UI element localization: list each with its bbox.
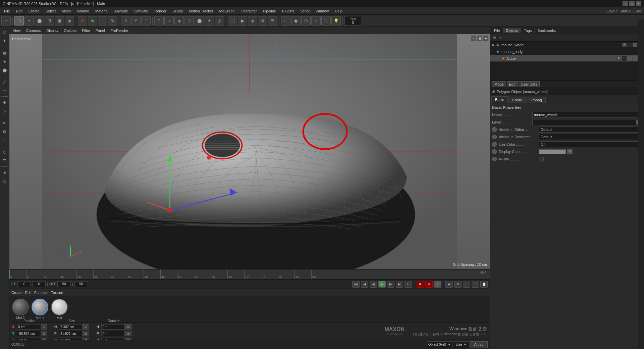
viewport-render-button[interactable]: ▶ xyxy=(483,36,488,41)
left-tool-13[interactable]: ⬡ xyxy=(1,148,9,156)
timeline-ruler[interactable]: 0 5 10 15 20 25 30 35 40 45 50 55 60 65 … xyxy=(9,269,490,279)
obj-add-btn[interactable]: + xyxy=(497,35,503,41)
vp-menu-options[interactable]: Options xyxy=(62,28,78,33)
tab-bookmarks[interactable]: Bookmarks xyxy=(535,28,559,33)
obj-filter-btn[interactable]: ⚙ xyxy=(491,35,497,41)
attr-name-input[interactable] xyxy=(532,112,642,118)
rotate-button[interactable]: ↻ xyxy=(108,16,117,26)
object-expand-mouse-body[interactable] xyxy=(491,50,495,54)
attr-user-data-btn[interactable]: User Data xyxy=(519,81,540,87)
y-pos-input[interactable] xyxy=(17,331,40,336)
tab-file[interactable]: File xyxy=(491,28,503,33)
scale-button[interactable]: ↕ xyxy=(98,16,107,26)
vp-menu-view[interactable]: View xyxy=(11,28,23,33)
mat-texture-btn[interactable]: Texture xyxy=(51,291,63,295)
vp-menu-cameras[interactable]: Cameras xyxy=(24,28,43,33)
attr-layer-value[interactable]: ▶ xyxy=(532,119,642,125)
p-size-input[interactable] xyxy=(59,331,83,336)
material-item-mat1[interactable]: Mat:1 xyxy=(32,299,48,320)
viewport-lock-button[interactable]: 🔒 xyxy=(477,36,482,41)
tool9-button[interactable]: ✦ xyxy=(205,16,214,26)
menu-pipeline[interactable]: Pipeline xyxy=(260,8,279,14)
shading-btn[interactable]: ◉ xyxy=(291,16,301,26)
display-color-edit-btn[interactable]: ✎ xyxy=(567,149,573,154)
texture-mode-button[interactable]: + xyxy=(24,16,34,26)
left-tool-6[interactable]: ╱ xyxy=(1,78,9,86)
tool8-button[interactable]: ⬤ xyxy=(195,16,204,26)
left-tool-11[interactable]: ⊟ xyxy=(1,128,9,136)
attr-mode-btn[interactable]: Mode xyxy=(492,81,506,87)
menu-render[interactable]: Render xyxy=(152,8,169,14)
live-select-button[interactable]: ◈ xyxy=(65,16,74,26)
texture-view-btn[interactable]: ⬛ xyxy=(321,16,331,26)
mat-create-btn[interactable]: Create xyxy=(11,291,22,295)
h-size-input[interactable] xyxy=(59,324,83,330)
light-btn[interactable]: 💡 xyxy=(331,16,341,26)
menu-simulate[interactable]: Simulate xyxy=(131,8,151,14)
object-row-mouse-wheel[interactable]: ▶ ◉ mouse_wheel 👁 · · · xyxy=(490,42,644,48)
viewport-3d[interactable]: X Y Z Perspective Grid Spacing : 10 cm ⤢… xyxy=(9,34,490,269)
left-tool-14[interactable]: ☰ xyxy=(1,157,9,165)
close-button[interactable]: ✕ xyxy=(636,1,641,6)
vp-menu-prorender[interactable]: ProRender xyxy=(108,28,130,33)
prev-key-button[interactable]: ◀ xyxy=(361,281,368,288)
object-row-cube[interactable]: ■ Cube 👁 · · · ▲ xyxy=(490,55,644,62)
polygon-mode-button[interactable]: ▣ xyxy=(55,16,64,26)
frame-current-input[interactable] xyxy=(17,281,31,287)
menu-sculpt[interactable]: Sculpt xyxy=(170,8,185,14)
x-pos-stepper[interactable]: ⊞ xyxy=(41,324,47,330)
auto-key-button[interactable]: A xyxy=(425,281,433,288)
p-rot-stepper[interactable]: ⊞ xyxy=(125,331,131,336)
view-mode-btn[interactable]: □ xyxy=(281,16,290,26)
param-btn[interactable]: ⚙ xyxy=(454,281,462,288)
attr-tab-coord[interactable]: Coord. xyxy=(508,97,527,103)
h-size-stepper[interactable]: ⊞ xyxy=(83,324,89,330)
render-region-button[interactable]: ⬛ xyxy=(228,16,237,26)
menu-file[interactable]: File xyxy=(1,8,13,14)
menu-help[interactable]: Help xyxy=(332,8,345,14)
play-button[interactable]: ▶ xyxy=(378,281,386,288)
frame-end2-input[interactable] xyxy=(74,281,88,287)
p-rot-input[interactable] xyxy=(101,331,125,336)
left-tool-3[interactable]: ▦ xyxy=(1,49,9,57)
left-tool-7[interactable]: 〰 xyxy=(1,87,9,95)
keyframe-btn[interactable]: ◆ xyxy=(445,281,453,288)
object-expand-mouse-wheel[interactable]: ▶ xyxy=(491,43,495,47)
frame-end-input[interactable] xyxy=(57,281,71,287)
material-item-mat[interactable]: Mat xyxy=(51,299,68,320)
menu-animate[interactable]: Animate xyxy=(112,8,130,14)
menu-edit[interactable]: Edit xyxy=(13,8,25,14)
left-tool-9[interactable]: S xyxy=(1,107,9,115)
menu-plugins[interactable]: Plugins xyxy=(279,8,297,14)
render-view-button[interactable]: ▶ xyxy=(238,16,247,26)
menu-select[interactable]: Select xyxy=(43,8,59,14)
h-rot-input[interactable] xyxy=(101,324,125,330)
apply-button[interactable]: Apply xyxy=(470,341,488,348)
menu-motion-tracker[interactable]: Motion Tracker xyxy=(186,8,216,14)
menu-volume[interactable]: Volume xyxy=(74,8,92,14)
loop-button[interactable]: ↻ xyxy=(405,281,412,288)
vp-menu-filter[interactable]: Filter xyxy=(80,28,92,33)
vp-menu-panel[interactable]: Panel xyxy=(94,28,107,33)
mat-function-btn[interactable]: Function xyxy=(34,291,48,295)
attr-edit-btn[interactable]: Edit xyxy=(507,81,518,87)
vis-editor-dropdown[interactable]: Default ▼ xyxy=(539,127,642,133)
next-key-button[interactable]: ▶ xyxy=(387,281,394,288)
material-item-mat2[interactable]: Mat:2 xyxy=(12,299,29,320)
use-color-dropdown[interactable]: Off ▼ xyxy=(539,141,642,147)
viewport-expand-button[interactable]: ⤢ xyxy=(471,36,476,41)
attr-tab-phong[interactable]: Phong xyxy=(528,97,546,103)
tool10-button[interactable]: ◎ xyxy=(215,16,224,26)
left-tool-15[interactable]: ◈ xyxy=(1,168,9,177)
maximize-button[interactable]: □ xyxy=(629,1,635,6)
menu-window[interactable]: Window xyxy=(313,8,331,14)
timeline-btn[interactable]: 📋 xyxy=(480,281,488,288)
tool5-button[interactable]: ▷ xyxy=(164,16,174,26)
render-queue-button[interactable]: ☰ xyxy=(268,16,277,26)
size-mode-dropdown[interactable]: Size ▼ xyxy=(454,341,468,348)
menu-mograph[interactable]: MoGraph xyxy=(217,8,237,14)
record-button[interactable]: ⏺ xyxy=(417,281,424,288)
go-start-button[interactable]: |◀ xyxy=(352,281,360,288)
anim-layer-btn[interactable]: ☰ xyxy=(463,281,470,288)
menu-material[interactable]: Material xyxy=(93,8,111,14)
